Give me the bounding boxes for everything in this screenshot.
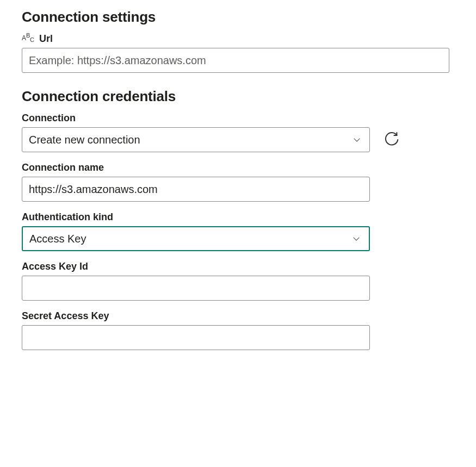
connection-dropdown-value: Create new connection xyxy=(29,134,351,146)
chevron-down-icon xyxy=(351,134,363,146)
connection-settings-section: Connection settings ABC Url xyxy=(22,9,454,73)
auth-kind-label: Authentication kind xyxy=(22,211,113,223)
connection-field: Connection Create new connection xyxy=(22,113,454,152)
secret-access-key-input[interactable] xyxy=(22,325,370,350)
access-key-id-input[interactable] xyxy=(22,276,370,301)
connection-dropdown[interactable]: Create new connection xyxy=(22,127,370,152)
connection-credentials-section: Connection credentials Connection Create… xyxy=(22,88,454,350)
connection-name-field: Connection name xyxy=(22,162,454,202)
access-key-id-label: Access Key Id xyxy=(22,261,88,272)
connection-label: Connection xyxy=(22,113,76,124)
auth-kind-field: Authentication kind Access Key xyxy=(22,211,454,251)
text-type-icon: ABC xyxy=(22,34,36,45)
url-input[interactable] xyxy=(22,48,449,73)
secret-access-key-label: Secret Access Key xyxy=(22,310,109,322)
connection-name-input[interactable] xyxy=(22,177,370,202)
secret-access-key-field: Secret Access Key xyxy=(22,310,454,350)
connection-name-label: Connection name xyxy=(22,162,104,173)
auth-kind-dropdown[interactable]: Access Key xyxy=(22,226,370,251)
url-field: ABC Url xyxy=(22,33,454,73)
connection-settings-title: Connection settings xyxy=(22,9,454,26)
chevron-down-icon xyxy=(350,233,362,245)
connection-credentials-title: Connection credentials xyxy=(22,88,454,105)
url-label: Url xyxy=(39,33,53,45)
access-key-id-field: Access Key Id xyxy=(22,261,454,301)
auth-kind-dropdown-value: Access Key xyxy=(29,233,350,245)
refresh-button[interactable] xyxy=(382,130,401,150)
refresh-icon xyxy=(384,132,400,148)
